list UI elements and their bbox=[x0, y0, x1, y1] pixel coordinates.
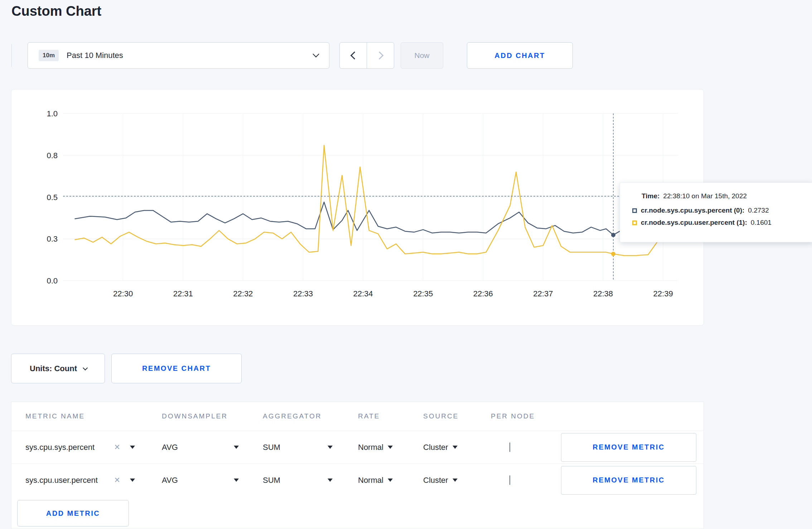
caret-down-icon bbox=[388, 446, 393, 449]
svg-text:22:30: 22:30 bbox=[113, 289, 133, 298]
svg-text:22:36: 22:36 bbox=[473, 289, 493, 298]
chevron-down-icon bbox=[313, 51, 319, 57]
col-header-rate: RATE bbox=[344, 412, 409, 420]
svg-text:22:35: 22:35 bbox=[413, 289, 433, 298]
caret-down-icon bbox=[234, 479, 239, 482]
source-value: Cluster bbox=[423, 476, 448, 485]
time-range-badge: 10m bbox=[39, 50, 59, 61]
caret-down-icon bbox=[234, 446, 239, 449]
col-header-source: SOURCE bbox=[409, 412, 477, 420]
source-value: Cluster bbox=[423, 443, 448, 452]
units-dropdown[interactable]: Units: Count bbox=[11, 354, 105, 383]
downsampler-dropdown[interactable]: AVG bbox=[162, 443, 239, 452]
caret-down-icon bbox=[328, 479, 333, 482]
series-marker-icon bbox=[632, 220, 637, 225]
aggregator-value: SUM bbox=[263, 443, 280, 452]
aggregator-value: SUM bbox=[263, 476, 280, 485]
tooltip-series-value: 0.2732 bbox=[748, 207, 769, 214]
caret-down-icon bbox=[388, 479, 393, 482]
caret-down-icon bbox=[328, 446, 333, 449]
downsampler-value: AVG bbox=[162, 476, 178, 485]
time-next-button[interactable] bbox=[367, 42, 394, 69]
time-nav-group bbox=[339, 42, 394, 69]
caret-down-icon bbox=[453, 479, 458, 482]
downsampler-value: AVG bbox=[162, 443, 178, 452]
svg-text:0.3: 0.3 bbox=[47, 234, 58, 243]
table-row: sys.cpu.user.percent × AVG SUM Normal Cl… bbox=[11, 464, 704, 496]
source-dropdown[interactable]: Cluster bbox=[423, 476, 458, 485]
per-node-checkbox[interactable] bbox=[509, 475, 510, 485]
table-row: sys.cpu.sys.percent × AVG SUM Normal Clu… bbox=[11, 431, 704, 464]
caret-down-icon[interactable] bbox=[130, 446, 135, 449]
remove-chart-button[interactable]: REMOVE CHART bbox=[111, 354, 242, 383]
caret-down-icon bbox=[453, 446, 458, 449]
time-prev-button[interactable] bbox=[339, 42, 367, 69]
clear-metric-icon[interactable]: × bbox=[114, 442, 120, 452]
time-range-dropdown[interactable]: 10m Past 10 Minutes bbox=[28, 42, 329, 69]
tooltip-series-label: cr.node.sys.cpu.user.percent (1): bbox=[641, 219, 747, 227]
aggregator-dropdown[interactable]: SUM bbox=[263, 443, 333, 452]
chevron-down-icon bbox=[83, 365, 88, 370]
rate-value: Normal bbox=[358, 476, 383, 485]
rate-dropdown[interactable]: Normal bbox=[358, 443, 393, 452]
metrics-chart[interactable]: 0.00.30.50.81.022:3022:3122:3222:3322:34… bbox=[11, 89, 704, 319]
chart-card: 0.00.30.50.81.022:3022:3122:3222:3322:34… bbox=[11, 89, 704, 326]
metrics-table: METRIC NAME DOWNSAMPLER AGGREGATOR RATE … bbox=[11, 402, 704, 529]
svg-text:22:31: 22:31 bbox=[173, 289, 193, 298]
col-header-metric-name: METRIC NAME bbox=[11, 412, 148, 420]
svg-text:22:39: 22:39 bbox=[653, 289, 673, 298]
chart-controls-row: Units: Count REMOVE CHART bbox=[11, 354, 242, 383]
rate-dropdown[interactable]: Normal bbox=[358, 476, 393, 485]
remove-metric-button[interactable]: REMOVE METRIC bbox=[561, 466, 696, 495]
tooltip-series-row: cr.node.sys.cpu.user.percent (1): 0.1601 bbox=[632, 219, 803, 227]
svg-text:0.0: 0.0 bbox=[47, 276, 58, 285]
metric-name: sys.cpu.user.percent bbox=[25, 476, 98, 485]
tooltip-time-label: Time: bbox=[642, 192, 659, 200]
series-marker-icon bbox=[632, 208, 637, 213]
col-header-per-node: PER NODE bbox=[477, 412, 547, 420]
tooltip-time: Time:22:38:10 on Mar 15th, 2022 bbox=[642, 192, 803, 200]
col-header-downsampler: DOWNSAMPLER bbox=[148, 412, 249, 420]
remove-metric-button[interactable]: REMOVE METRIC bbox=[561, 433, 696, 462]
chevron-right-icon bbox=[375, 52, 383, 60]
svg-text:22:37: 22:37 bbox=[533, 289, 553, 298]
aggregator-dropdown[interactable]: SUM bbox=[263, 476, 333, 485]
chart-tooltip: Time:22:38:10 on Mar 15th, 2022 cr.node.… bbox=[620, 183, 812, 242]
source-dropdown[interactable]: Cluster bbox=[423, 443, 458, 452]
add-chart-button[interactable]: ADD CHART bbox=[467, 42, 573, 69]
units-label: Units: Count bbox=[30, 364, 77, 373]
svg-text:0.5: 0.5 bbox=[47, 193, 58, 202]
svg-text:22:32: 22:32 bbox=[233, 289, 253, 298]
now-button[interactable]: Now bbox=[401, 42, 443, 69]
metric-name-select[interactable]: sys.cpu.sys.percent × bbox=[11, 442, 148, 452]
toolbar: 10m Past 10 Minutes Now ADD CHART bbox=[11, 42, 573, 69]
toolbar-divider bbox=[11, 44, 12, 67]
rate-value: Normal bbox=[358, 443, 383, 452]
chevron-left-icon bbox=[350, 52, 358, 60]
page-title: Custom Chart bbox=[11, 4, 101, 19]
clear-metric-icon[interactable]: × bbox=[114, 475, 120, 485]
metric-name: sys.cpu.sys.percent bbox=[25, 443, 95, 452]
svg-text:22:33: 22:33 bbox=[293, 289, 313, 298]
metrics-table-header: METRIC NAME DOWNSAMPLER AGGREGATOR RATE … bbox=[11, 402, 704, 431]
downsampler-dropdown[interactable]: AVG bbox=[162, 476, 239, 485]
svg-text:22:34: 22:34 bbox=[353, 289, 373, 298]
per-node-checkbox[interactable] bbox=[509, 442, 510, 452]
add-metric-button[interactable]: ADD METRIC bbox=[17, 500, 129, 526]
time-range-label: Past 10 Minutes bbox=[67, 51, 123, 60]
svg-text:1.0: 1.0 bbox=[47, 109, 58, 118]
svg-text:0.8: 0.8 bbox=[47, 151, 58, 160]
tooltip-series-row: cr.node.sys.cpu.sys.percent (0): 0.2732 bbox=[632, 207, 803, 214]
caret-down-icon[interactable] bbox=[130, 479, 135, 482]
svg-text:22:38: 22:38 bbox=[593, 289, 613, 298]
tooltip-series-value: 0.1601 bbox=[751, 219, 772, 227]
col-header-aggregator: AGGREGATOR bbox=[249, 412, 344, 420]
metric-name-select[interactable]: sys.cpu.user.percent × bbox=[11, 475, 148, 485]
tooltip-time-value: 22:38:10 on Mar 15th, 2022 bbox=[663, 192, 746, 200]
tooltip-series-label: cr.node.sys.cpu.sys.percent (0): bbox=[641, 207, 744, 214]
